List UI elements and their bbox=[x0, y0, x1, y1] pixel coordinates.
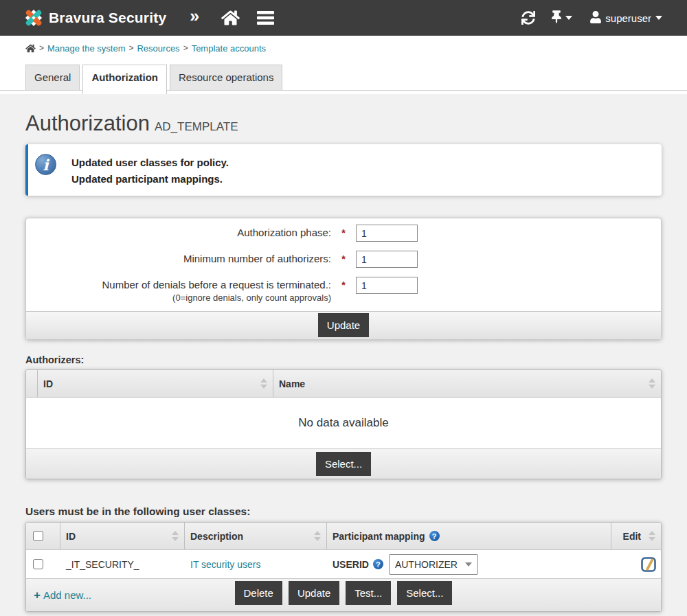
add-new-label: Add new... bbox=[43, 589, 91, 601]
hamburger-menu-icon[interactable] bbox=[257, 10, 274, 25]
breadcrumb-link-manage-the-system[interactable]: Manage the system bbox=[47, 41, 125, 55]
info-message-box: i Updated user classes for policy. Updat… bbox=[25, 144, 662, 196]
sort-icon[interactable] bbox=[314, 531, 321, 541]
select-authorizers-button[interactable]: Select... bbox=[316, 452, 371, 476]
page-title: AuthorizationAD_TEMPLATE bbox=[25, 111, 662, 139]
delete-button[interactable]: Delete bbox=[235, 581, 282, 605]
home-icon[interactable] bbox=[221, 10, 240, 26]
authorization-phase-input[interactable] bbox=[356, 225, 418, 242]
authorizers-label: Authorizers: bbox=[25, 354, 662, 365]
column-label: Name bbox=[279, 378, 644, 389]
userid-help-icon[interactable]: ? bbox=[373, 559, 383, 569]
top-navigation-bar: Bravura Security » bbox=[0, 0, 687, 36]
authorizers-table: ID Name No data available Select... bbox=[25, 369, 662, 479]
breadcrumb-separator: > bbox=[183, 41, 188, 55]
authorizers-table-footer: Select... bbox=[26, 448, 661, 479]
pin-caret-down-icon bbox=[565, 16, 572, 20]
form-row-authorization-phase: Authorization phase: * bbox=[26, 225, 661, 242]
user-class-row: _IT_SECURITY_ IT security users USERID ?… bbox=[26, 549, 661, 578]
required-asterisk: * bbox=[331, 251, 356, 264]
row-id-cell: _IT_SECURITY_ bbox=[60, 559, 185, 570]
user-classes-header-mapping[interactable]: Participant mapping ? bbox=[327, 523, 611, 549]
column-label: ID bbox=[66, 531, 168, 542]
column-label: Description bbox=[190, 531, 310, 542]
mapping-attribute-label: USERID bbox=[333, 559, 369, 570]
sort-icon[interactable] bbox=[172, 531, 179, 541]
select-caret-icon bbox=[465, 562, 472, 567]
user-classes-header-edit[interactable]: Edit bbox=[611, 523, 661, 549]
breadcrumb: > Manage the system > Resources > Templa… bbox=[0, 36, 687, 65]
user-icon bbox=[590, 11, 601, 25]
tab-authorization[interactable]: Authorization bbox=[82, 65, 167, 94]
authorizers-empty-message: No data available bbox=[26, 397, 661, 448]
info-icon: i bbox=[35, 154, 56, 175]
message-line-2: Updated participant mappings. bbox=[71, 171, 229, 187]
sort-icon[interactable] bbox=[649, 531, 655, 541]
subheader: > Manage the system > Resources > Templa… bbox=[0, 36, 687, 94]
user-class-link[interactable]: IT security users bbox=[190, 559, 260, 570]
add-new-link[interactable]: + Add new... bbox=[34, 589, 91, 602]
user-classes-label: Users must be in the following user clas… bbox=[25, 505, 662, 518]
column-label: Edit bbox=[623, 531, 641, 542]
test-button[interactable]: Test... bbox=[346, 581, 391, 605]
breadcrumb-home-icon[interactable] bbox=[25, 41, 36, 55]
tab-resource-operations[interactable]: Resource operations bbox=[170, 65, 282, 90]
settings-panel-footer: Update bbox=[26, 311, 661, 339]
column-label: Participant mapping bbox=[333, 531, 425, 542]
refresh-icon[interactable] bbox=[521, 11, 535, 25]
user-name: superuser bbox=[605, 12, 651, 24]
breadcrumb-link-template-accounts[interactable]: Template accounts bbox=[192, 41, 266, 55]
message-line-1: Updated user classes for policy. bbox=[71, 155, 229, 171]
select-user-classes-button[interactable]: Select... bbox=[397, 581, 452, 605]
plus-icon: + bbox=[34, 589, 41, 602]
breadcrumb-separator: > bbox=[128, 41, 133, 55]
main-content: AuthorizationAD_TEMPLATE i Updated user … bbox=[0, 111, 687, 616]
expand-menu-chevron[interactable]: » bbox=[190, 8, 199, 28]
field-label: Minimum number of authorizers: bbox=[26, 251, 331, 265]
pinned-pages-menu[interactable] bbox=[552, 10, 572, 25]
denials-input[interactable] bbox=[356, 277, 418, 294]
tab-general[interactable]: General bbox=[25, 65, 80, 90]
authorizers-header-id[interactable]: ID bbox=[38, 370, 273, 397]
user-classes-header-description[interactable]: Description bbox=[185, 523, 327, 549]
row-checkbox-cell bbox=[26, 559, 60, 569]
sort-icon[interactable] bbox=[649, 378, 655, 389]
authorization-settings-panel: Authorization phase: * Minimum number of… bbox=[25, 218, 662, 340]
participant-mapping-help-icon[interactable]: ? bbox=[429, 531, 440, 541]
authorizers-header-name[interactable]: Name bbox=[273, 370, 661, 397]
participant-mapping-select[interactable]: AUTHORIZER bbox=[389, 554, 478, 575]
field-label: Authorization phase: bbox=[26, 225, 331, 239]
user-account-menu[interactable]: superuser bbox=[590, 11, 662, 25]
edit-row-icon[interactable] bbox=[641, 557, 656, 572]
user-classes-table-header: ID Description Participant mapping ? Edi… bbox=[26, 523, 661, 549]
required-asterisk: * bbox=[331, 225, 356, 238]
column-label: ID bbox=[43, 378, 256, 389]
user-classes-header-checkbox bbox=[26, 523, 60, 549]
breadcrumb-link-resources[interactable]: Resources bbox=[137, 41, 179, 55]
user-caret-down-icon bbox=[655, 16, 662, 20]
bravura-logo-icon bbox=[23, 8, 44, 28]
row-edit-cell bbox=[611, 557, 661, 572]
breadcrumb-separator: > bbox=[39, 41, 44, 55]
authorizers-header-spacer bbox=[26, 370, 38, 397]
minimum-authorizers-input[interactable] bbox=[356, 251, 418, 268]
user-classes-header-id[interactable]: ID bbox=[60, 523, 185, 549]
update-rows-button[interactable]: Update bbox=[289, 581, 339, 605]
field-label: Number of denials before a request is te… bbox=[26, 279, 331, 291]
field-note: (0=ignore denials, only count approvals) bbox=[26, 292, 331, 304]
row-checkbox[interactable] bbox=[33, 559, 43, 569]
page-title-text: Authorization bbox=[25, 111, 150, 135]
authorizers-table-header: ID Name bbox=[26, 370, 661, 397]
brand-name: Bravura Security bbox=[49, 10, 166, 26]
selected-option: AUTHORIZER bbox=[395, 559, 458, 570]
required-asterisk: * bbox=[331, 277, 356, 290]
page-subtitle: AD_TEMPLATE bbox=[155, 120, 238, 133]
update-settings-button[interactable]: Update bbox=[318, 313, 369, 337]
form-row-denials: Number of denials before a request is te… bbox=[26, 277, 661, 304]
brand-logo[interactable]: Bravura Security bbox=[23, 8, 166, 28]
sort-icon[interactable] bbox=[260, 378, 267, 389]
row-mapping-cell: USERID ? AUTHORIZER bbox=[327, 554, 611, 575]
user-classes-table-footer: + Add new... Delete Update Test... Selec… bbox=[26, 578, 661, 611]
tab-strip: General Authorization Resource operation… bbox=[0, 65, 687, 94]
select-all-checkbox[interactable] bbox=[33, 531, 43, 541]
